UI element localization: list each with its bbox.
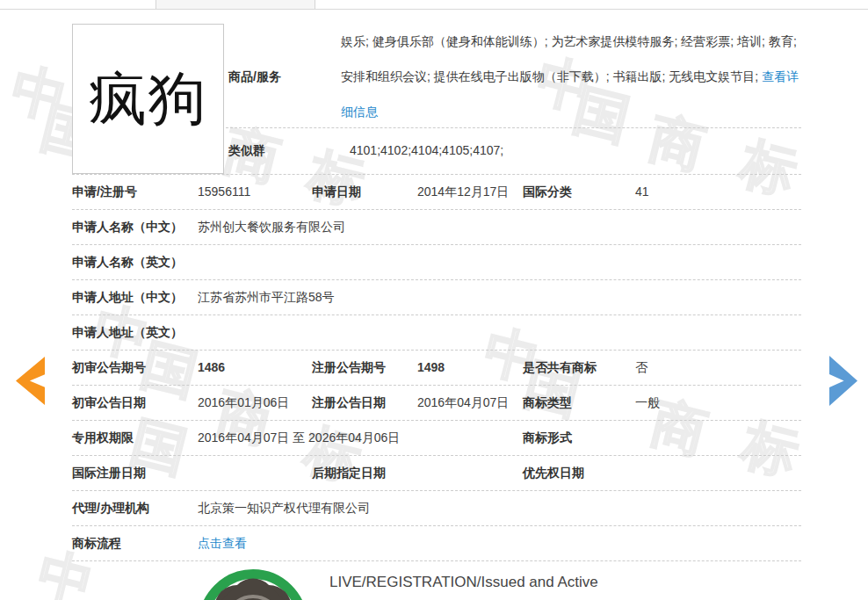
trademark-detail-table: 申请/注册号 15956111 申请日期 2014年12月17日 国际分类 41… bbox=[72, 174, 801, 561]
field-value: 江苏省苏州市平江路58号 bbox=[198, 280, 335, 314]
click-to-view-link[interactable]: 点击查看 bbox=[198, 526, 247, 560]
goods-services-value: 娱乐; 健身俱乐部（健身和体能训练）; 为艺术家提供模特服务; 经营彩票; 培训… bbox=[341, 24, 801, 129]
field-label: 国际注册日期 bbox=[72, 456, 146, 490]
previous-arrow-icon[interactable] bbox=[16, 357, 45, 405]
field-value: 15956111 bbox=[198, 175, 250, 209]
trademark-image-text: 疯狗 bbox=[89, 60, 208, 139]
field-value: 北京策一知识产权代理有限公司 bbox=[198, 491, 370, 525]
field-label: 代理/办理机构 bbox=[72, 491, 149, 525]
status-text: LIVE/REGISTRATION/Issued and Active bbox=[329, 574, 598, 591]
goods-services-text: 娱乐; 健身俱乐部（健身和体能训练）; 为艺术家提供模特服务; 经营彩票; 培训… bbox=[341, 34, 797, 83]
field-value: 41 bbox=[635, 175, 649, 209]
field-label: 注册公告日期 bbox=[312, 386, 386, 420]
field-value: 1486 bbox=[198, 351, 225, 385]
field-label: 是否共有商标 bbox=[523, 351, 597, 385]
table-row-agency: 代理/办理机构 北京策一知识产权代理有限公司 bbox=[72, 491, 801, 526]
table-row-exclusive-right-period: 专用权期限 2016年04月07日 至 2026年04月06日 商标形式 bbox=[72, 421, 801, 456]
field-value: 一般 bbox=[635, 386, 660, 420]
similar-group-label: 类似群 bbox=[228, 127, 265, 174]
field-value: 2016年04月07日 至 2026年04月06日 bbox=[198, 421, 400, 455]
field-label: 申请人名称（英文） bbox=[72, 245, 183, 279]
field-label: 商标流程 bbox=[72, 526, 121, 560]
table-row-applicant-name-cn: 申请人名称（中文） 苏州创大餐饮服务有限公司 bbox=[72, 210, 801, 245]
top-divider bbox=[0, 9, 868, 10]
field-value: 2016年01月06日 bbox=[198, 386, 289, 420]
field-label: 申请日期 bbox=[312, 175, 361, 209]
field-label: 注册公告期号 bbox=[312, 351, 386, 385]
field-value: 否 bbox=[635, 351, 647, 385]
field-label: 申请/注册号 bbox=[72, 175, 137, 209]
table-row-gazette-numbers: 初审公告期号 1486 注册公告期号 1498 是否共有商标 否 bbox=[72, 351, 801, 386]
section-divider bbox=[226, 127, 801, 128]
field-label: 初审公告日期 bbox=[72, 386, 146, 420]
field-value: 2016年04月07日 bbox=[417, 386, 509, 420]
field-label: 申请人地址（中文） bbox=[72, 280, 183, 314]
table-row-application-number: 申请/注册号 15956111 申请日期 2014年12月17日 国际分类 41 bbox=[72, 175, 801, 210]
table-row-international-dates: 国际注册日期 后期指定日期 优先权日期 bbox=[72, 456, 801, 491]
table-row-applicant-address-cn: 申请人地址（中文） 江苏省苏州市平江路58号 bbox=[72, 280, 801, 315]
table-row-trademark-process: 商标流程 点击查看 bbox=[72, 526, 801, 561]
next-arrow-icon[interactable] bbox=[829, 356, 857, 406]
table-row-applicant-address-en: 申请人地址（英文） bbox=[72, 315, 801, 351]
table-row-applicant-name-en: 申请人名称（英文） bbox=[72, 245, 801, 280]
field-value: 1498 bbox=[417, 351, 445, 385]
field-label: 国际分类 bbox=[523, 175, 572, 209]
field-value: 2014年12月17日 bbox=[417, 175, 509, 209]
field-label: 商标形式 bbox=[523, 421, 572, 455]
field-label: 优先权日期 bbox=[523, 456, 584, 490]
top-tab[interactable] bbox=[156, 0, 315, 9]
table-row-gazette-dates: 初审公告日期 2016年01月06日 注册公告日期 2016年04月07日 商标… bbox=[72, 386, 801, 421]
field-label: 专用权期限 bbox=[72, 421, 134, 455]
watermark-char: 中 bbox=[6, 61, 72, 127]
field-label: 商标类型 bbox=[523, 386, 572, 420]
goods-services-label: 商品/服务 bbox=[228, 59, 281, 94]
field-value: 苏州创大餐饮服务有限公司 bbox=[198, 210, 345, 244]
field-label: 申请人地址（英文） bbox=[72, 315, 183, 350]
similar-group-value: 4101;4102;4104;4105;4107; bbox=[350, 127, 503, 174]
field-label: 申请人名称（中文） bbox=[72, 210, 183, 244]
field-label: 初审公告期号 bbox=[72, 351, 146, 385]
trademark-image: 疯狗 bbox=[72, 24, 224, 174]
field-label: 后期指定日期 bbox=[312, 456, 386, 490]
